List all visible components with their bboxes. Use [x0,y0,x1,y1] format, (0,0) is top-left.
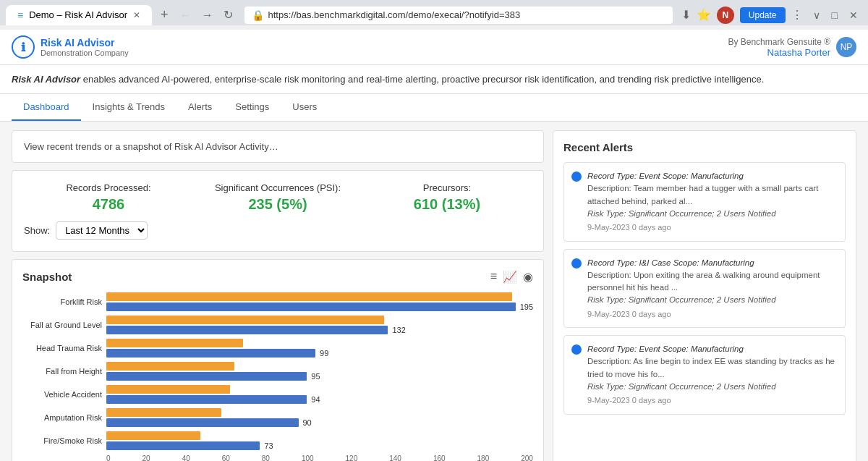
browser-menu-button[interactable]: ⋮ [791,8,803,22]
alert-type-2: Record Type: I&I Case Scope: Manufacturi… [587,257,838,269]
bar-label: Fall from Height [22,367,102,376]
browser-chrome: ≡ Demo – Risk AI Advisor ✕ + ← → ↻ 🔒 ⬇ ⭐… [0,0,868,25]
records-label: Records Processed: [24,182,193,193]
bar-value: 94 [311,395,320,404]
alert-desc-3: Description: As line begin to index EE w… [587,355,838,381]
bar-container: 132 [106,316,533,334]
win-close-button[interactable]: ✕ [845,8,862,22]
tab-users[interactable]: Users [281,94,328,121]
alert-dot-3 [571,344,582,355]
browser-tab[interactable]: ≡ Demo – Risk AI Advisor ✕ [6,5,152,25]
bar-chart-icon[interactable]: ≡ [490,270,497,284]
alert-item-3: Record Type: Event Scope: Manufacturing … [563,335,846,415]
bar-value: 99 [320,349,328,358]
show-select[interactable]: Last 12 Months Last 6 Months Last 3 Mont… [56,221,148,240]
app-header: ℹ Risk AI Advisor Demonstration Company … [0,30,868,65]
bar-chart: Forklift Risk 195 [22,292,533,461]
snapshot-banner: View recent trends or a snapshot of Risk… [12,130,544,163]
line-chart-icon[interactable]: 📈 [503,270,517,284]
user-avatar[interactable]: NP [836,37,856,57]
bar-blue [106,349,315,358]
stat-records: Records Processed: 4786 [24,182,193,213]
bar-label: Vehicle Accident [22,390,102,399]
bar-label: Head Trauma Risk [22,344,102,352]
bar-container: 195 [106,292,533,311]
alert-desc-2: Description: Upon exiting the area & wal… [587,269,838,295]
bar-container: 95 [106,362,533,381]
tab-settings[interactable]: Settings [224,94,281,121]
show-row: Show: Last 12 Months Last 6 Months Last … [24,221,532,240]
pie-chart-icon[interactable]: ◉ [523,270,533,284]
left-panel: View recent trends or a snapshot of Risk… [12,130,544,461]
update-button[interactable]: Update [740,7,786,23]
bar-blue [106,303,516,311]
tab-alerts[interactable]: Alerts [176,94,224,121]
alert-desc-1: Description: Team member had a tugger wi… [587,182,838,208]
tab-close-icon[interactable]: ✕ [133,10,140,20]
browser-right-controls: ⬇ ⭐ N Update ⋮ ∨ □ ✕ [681,7,862,24]
reload-button[interactable]: ↻ [221,7,236,23]
alert-type-3: Record Type: Event Scope: Manufacturing [587,343,838,355]
back-button[interactable]: ← [177,7,195,23]
bookmark-icon[interactable]: ⭐ [697,8,711,22]
occurrences-label: Significant Occurrences (PSI): [193,182,362,193]
logo-icon: ℹ [12,35,35,59]
alert-dot-2 [571,258,582,268]
header-right: By Benchmark Gensuite ® Natasha Porter N… [728,37,856,58]
bar-row: Forklift Risk 195 [22,292,533,311]
profile-icon[interactable]: N [717,7,734,24]
chart-header: Snapshot ≡ 📈 ◉ [22,270,533,284]
app-logo: ℹ Risk AI Advisor Demonstration Company [12,35,129,59]
alert-item-2: Record Type: I&I Case Scope: Manufacturi… [563,249,846,329]
alert-type-1: Record Type: Event Scope: Manufacturing [587,170,838,182]
tab-title: Demo – Risk AI Advisor [29,9,127,20]
download-icon[interactable]: ⬇ [681,8,691,22]
forward-button[interactable]: → [199,7,216,23]
browser-nav: ← → ↻ [177,7,236,23]
bar-row: Fall from Height 95 [22,362,533,381]
records-value: 4786 [24,196,193,213]
win-max-button[interactable]: □ [827,8,842,22]
bar-blue [106,395,307,404]
stat-precursors: Precursors: 610 (13%) [362,182,532,213]
bar-value: 95 [311,372,320,381]
bar-orange [106,431,200,440]
bar-container: 90 [106,408,533,427]
alert-item-1: Record Type: Event Scope: Manufacturing … [563,162,846,242]
new-tab-button[interactable]: + [155,4,174,25]
tab-insights-trends[interactable]: Insights & Trends [81,94,176,121]
bar-orange [106,362,234,371]
bar-blue [106,441,260,450]
precursors-value: 610 (13%) [362,196,532,213]
right-panel: Recent Alerts Record Type: Event Scope: … [553,130,856,461]
user-name[interactable]: Natasha Porter [728,47,830,58]
bar-orange [106,339,243,347]
bar-row: Fire/Smoke Risk 73 [22,431,533,450]
alert-risk-2: Risk Type: Significant Occurrence; 2 Use… [587,294,838,306]
alert-content-3: Record Type: Event Scope: Manufacturing … [587,343,838,407]
description-text: Risk AI Advisor enables advanced AI-powe… [12,74,764,85]
bar-value: 73 [264,441,273,450]
bar-row: Amputation Risk 90 [22,408,533,427]
benchmark-label: By Benchmark Gensuite ® [728,37,830,47]
chart-card: Snapshot ≡ 📈 ◉ Forklift Risk [12,259,544,461]
bar-row: Head Trauma Risk 99 [22,339,533,358]
alert-content-1: Record Type: Event Scope: Manufacturing … [587,170,838,234]
main-content: View recent trends or a snapshot of Risk… [0,122,868,461]
tab-dashboard[interactable]: Dashboard [12,94,81,121]
url-input[interactable] [268,9,665,20]
stat-occurrences: Significant Occurrences (PSI): 235 (5%) [193,182,362,213]
url-bar[interactable]: 🔒 [244,7,673,24]
alert-risk-3: Risk Type: Significant Occurrence; 2 Use… [587,381,838,393]
show-label: Show: [24,225,50,236]
alerts-title: Recent Alerts [563,141,846,153]
bar-container: 94 [106,385,533,404]
alerts-card: Recent Alerts Record Type: Event Scope: … [553,130,856,461]
app-subtitle: Demonstration Company [41,48,129,57]
bar-orange [106,385,230,394]
bar-blue [106,326,388,334]
win-min-button[interactable]: ∨ [809,8,825,22]
bar-value: 195 [520,303,533,311]
description-banner: Risk AI Advisor enables advanced AI-powe… [0,65,868,94]
alert-dot-1 [571,172,582,182]
